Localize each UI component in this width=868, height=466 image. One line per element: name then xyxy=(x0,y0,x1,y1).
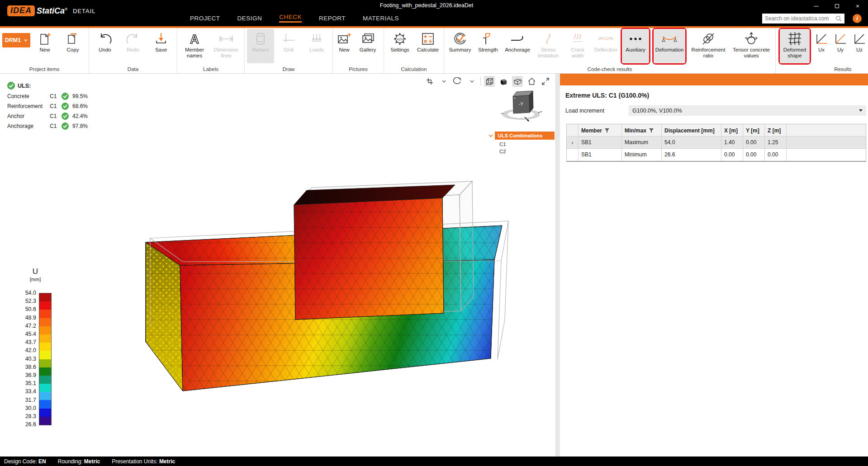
legend-band xyxy=(39,384,51,392)
check-circle-icon xyxy=(62,103,69,110)
save-icon xyxy=(155,31,167,47)
gallery-button[interactable]: Gallery xyxy=(354,29,381,63)
legend-color-bar xyxy=(39,293,52,425)
copy-item-button[interactable]: Copy xyxy=(59,29,86,63)
uz-button[interactable]: Uz xyxy=(850,29,868,63)
letter-a-icon: A xyxy=(188,31,201,47)
anchorage-button[interactable]: Anchorage xyxy=(503,29,532,63)
chevron-down-icon[interactable] xyxy=(438,76,449,87)
redo-icon xyxy=(126,31,140,47)
search-box[interactable] xyxy=(762,14,844,24)
uls-combinations-label[interactable]: ULS Combinations xyxy=(495,132,555,140)
legend-tick: 43.7 xyxy=(16,339,36,345)
auxiliary-button[interactable]: Auxiliary xyxy=(622,29,649,63)
legend-tick: 38.6 xyxy=(16,364,36,370)
legend-band xyxy=(39,359,51,367)
summary-button[interactable]: Summary xyxy=(446,29,474,63)
maximize-button[interactable] xyxy=(826,0,847,12)
reinforcement-ratio-button[interactable]: Reinforcement ratio xyxy=(688,29,729,63)
tab-materials[interactable]: MATERIALS xyxy=(363,15,399,23)
check-circle-icon xyxy=(62,122,69,130)
legend-tick: 50.6 xyxy=(16,306,36,312)
filter-icon[interactable] xyxy=(605,128,609,133)
navigation-cube[interactable]: -Y xyxy=(495,88,549,124)
deformed-shape-button[interactable]: Deformed shape xyxy=(780,29,810,63)
uz-axis-icon xyxy=(853,31,866,47)
legend-band xyxy=(39,417,51,425)
color-legend: U [mm] xyxy=(13,267,54,428)
panel-splitter[interactable] xyxy=(555,74,560,457)
ribbon-group-labels: A Member names Dimension lines Labels xyxy=(177,28,245,73)
tab-report[interactable]: REPORT xyxy=(319,15,346,23)
top-bar: Footing_with_pedestal_2026.ideaDet × IDE… xyxy=(0,0,868,26)
stress-icon xyxy=(543,31,554,47)
copy-icon xyxy=(66,31,80,47)
status-design-code: Design Code: EN xyxy=(4,458,46,465)
toolbar-separator xyxy=(480,77,481,86)
undo-button[interactable]: Undo xyxy=(91,29,119,63)
member-names-button[interactable]: A Member names xyxy=(180,29,209,63)
ux-button[interactable]: Ux xyxy=(812,29,830,63)
group-label: Code-check results xyxy=(446,66,773,73)
legend-band xyxy=(39,301,51,310)
search-input[interactable] xyxy=(765,15,835,22)
viewport-3d[interactable]: -Y ULS: ConcreteC1 99.5% ReinforcementC1 xyxy=(0,74,555,457)
title-bar: Footing_with_pedestal_2026.ideaDet × xyxy=(0,0,868,11)
group-label: Calculation xyxy=(386,66,441,73)
picture-new-button[interactable]: New xyxy=(335,29,353,63)
table-row[interactable]: SB1 Minimum 26.6 0.00 0.00 0.00 xyxy=(567,149,866,161)
legend-band xyxy=(39,367,51,376)
strength-icon xyxy=(482,31,494,47)
chevron-down-icon[interactable] xyxy=(489,134,493,137)
strength-button[interactable]: Strength xyxy=(474,29,502,63)
combination-item-c2[interactable]: C2 xyxy=(489,147,555,154)
home-icon[interactable] xyxy=(526,76,537,87)
auxiliary-highlight: Auxiliary xyxy=(621,28,650,65)
table-row[interactable]: › SB1 Maximum 54.0 1.40 0.00 1.25 xyxy=(567,137,866,149)
legend-tick: 35.1 xyxy=(16,380,36,386)
filter-icon[interactable] xyxy=(649,128,654,133)
ribbon-group-data: Undo Redo Save Data xyxy=(89,28,177,73)
info-icon[interactable]: i xyxy=(853,14,862,23)
uy-button[interactable]: Uy xyxy=(831,29,849,63)
wireframe-cube-icon[interactable] xyxy=(484,76,495,87)
save-button[interactable]: Save xyxy=(147,29,175,63)
table-header-row: Member Min/max Displacement [mm] X [m] Y… xyxy=(567,124,866,137)
combination-item-c1[interactable]: C1 xyxy=(489,140,555,147)
rotate-icon[interactable] xyxy=(452,76,463,87)
close-button[interactable]: × xyxy=(847,0,868,12)
ribbon-group-results: Deformed shape Ux Uy Uz Draw mesh Result… xyxy=(776,28,868,73)
drm1-dropdown[interactable]: DRM1 xyxy=(2,33,30,47)
fit-view-icon[interactable] xyxy=(540,76,551,87)
solid-cube-icon[interactable] xyxy=(498,76,509,87)
legend-band xyxy=(39,376,51,384)
calculate-icon xyxy=(421,31,435,47)
chevron-down-icon[interactable] xyxy=(466,76,477,87)
calculate-button[interactable]: Calculate xyxy=(414,29,441,63)
idea-logo: IDEA xyxy=(7,5,35,16)
section-cube-icon[interactable] xyxy=(512,76,523,87)
crop-icon[interactable] xyxy=(424,76,435,87)
new-item-button[interactable]: New xyxy=(31,29,58,63)
header-x: X [m] xyxy=(721,124,743,137)
tensor-concrete-values-button[interactable]: Tensor concrete values xyxy=(730,29,773,63)
legend-tick: 48.9 xyxy=(16,315,36,321)
tab-project[interactable]: PROJECT xyxy=(190,15,220,23)
legend-band xyxy=(39,326,51,334)
tab-design[interactable]: DESIGN xyxy=(237,15,262,23)
dimension-lines-button: Dimension lines xyxy=(210,29,242,63)
deformation-button[interactable]: Deformation xyxy=(654,29,685,63)
gallery-icon xyxy=(360,31,375,47)
legend-tick: 28.3 xyxy=(16,413,36,419)
deformed-grid-icon xyxy=(787,31,802,47)
settings-button[interactable]: </> Settings xyxy=(386,29,413,63)
minimize-button[interactable] xyxy=(806,0,826,12)
load-increment-dropdown[interactable]: G100.0%, V100.0% xyxy=(629,105,866,116)
deflection-button: Deflection xyxy=(592,29,619,63)
legend-band xyxy=(39,310,51,318)
tab-check[interactable]: CHECK xyxy=(279,14,302,23)
ribbon: DRM1 New Copy Project items Undo xyxy=(0,28,868,74)
uy-axis-icon xyxy=(834,31,847,47)
row-expander-icon[interactable]: › xyxy=(567,137,579,149)
deformed-shape-highlight: Deformed shape xyxy=(778,28,811,65)
